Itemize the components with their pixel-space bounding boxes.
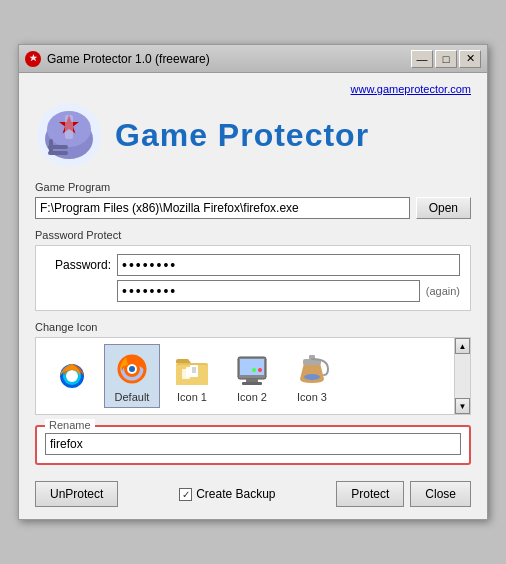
svg-point-31: [252, 368, 256, 372]
open-button[interactable]: Open: [416, 197, 471, 219]
change-icon-label: Change Icon: [35, 321, 471, 333]
helmet-image: [35, 101, 103, 169]
footer: UnProtect ✓ Create Backup Protect Close: [35, 477, 471, 507]
svg-rect-22: [190, 365, 198, 377]
minimize-button[interactable]: —: [411, 50, 433, 68]
app-header: Game Protector: [35, 101, 471, 169]
footer-center: ✓ Create Backup: [179, 487, 275, 501]
svg-point-17: [129, 366, 135, 372]
svg-point-12: [66, 370, 78, 382]
title-bar-left: Game Protector 1.0 (freeware): [25, 51, 210, 67]
password-section-label: Password Protect: [35, 229, 471, 241]
icon-item-2[interactable]: Icon 2: [224, 345, 280, 407]
footer-right: Protect Close: [336, 481, 471, 507]
password-input[interactable]: [117, 254, 460, 276]
change-icon-section: Change Icon: [35, 321, 471, 415]
create-backup-checkbox[interactable]: ✓: [179, 488, 192, 501]
svg-rect-27: [240, 359, 264, 375]
icon2-image: [232, 349, 272, 389]
scroll-up-button[interactable]: ▲: [455, 338, 470, 354]
main-window: Game Protector 1.0 (freeware) — □ ✕ www.…: [18, 44, 488, 520]
password-row: Password:: [46, 254, 460, 276]
icon-item-default[interactable]: Default: [104, 344, 160, 408]
icon-grid: Default: [36, 338, 454, 414]
icon1-label: Icon 1: [177, 391, 207, 403]
title-bar: Game Protector 1.0 (freeware) — □ ✕: [19, 45, 487, 73]
rename-legend: Rename: [45, 419, 95, 431]
app-icon: [25, 51, 41, 67]
scroll-down-button[interactable]: ▼: [455, 398, 470, 414]
icon-grid-wrapper: Default: [35, 337, 471, 415]
game-program-section: Game Program Open: [35, 181, 471, 219]
game-program-label: Game Program: [35, 181, 471, 193]
window-controls: — □ ✕: [411, 50, 481, 68]
create-backup-text: Create Backup: [196, 487, 275, 501]
app-title: Game Protector: [115, 117, 369, 154]
window-title: Game Protector 1.0 (freeware): [47, 52, 210, 66]
default-icon: [112, 349, 152, 389]
icon-item-3[interactable]: Icon 3: [284, 345, 340, 407]
password-box: Password: (again): [35, 245, 471, 311]
confirm-row: (again): [46, 280, 460, 302]
svg-point-30: [258, 368, 262, 372]
protect-button[interactable]: Protect: [336, 481, 404, 507]
default-icon-label: Default: [115, 391, 150, 403]
icon3-label: Icon 3: [297, 391, 327, 403]
icon-item-firefox[interactable]: [44, 352, 100, 400]
confirm-input[interactable]: [117, 280, 420, 302]
icon2-label: Icon 2: [237, 391, 267, 403]
icon-scrollbar[interactable]: ▲ ▼: [454, 338, 470, 414]
icon1-image: [172, 349, 212, 389]
website-link[interactable]: www.gameprotector.com: [35, 83, 471, 95]
svg-rect-6: [48, 145, 68, 149]
svg-rect-29: [242, 382, 262, 385]
svg-point-34: [304, 374, 320, 380]
svg-rect-7: [48, 151, 68, 155]
password-label: Password:: [46, 258, 111, 272]
content-area: www.gameprotector.com: [19, 73, 487, 519]
svg-rect-9: [65, 115, 73, 139]
create-backup-label[interactable]: ✓ Create Backup: [179, 487, 275, 501]
icon-item-1[interactable]: Icon 1: [164, 345, 220, 407]
close-button[interactable]: Close: [410, 481, 471, 507]
icon3-image: [292, 349, 332, 389]
unprotect-button[interactable]: UnProtect: [35, 481, 118, 507]
rename-input[interactable]: [45, 433, 461, 455]
rename-section: Rename: [35, 425, 471, 465]
game-program-row: Open: [35, 197, 471, 219]
footer-left: UnProtect: [35, 481, 118, 507]
game-program-input[interactable]: [35, 197, 410, 219]
maximize-button[interactable]: □: [435, 50, 457, 68]
firefox-icon: [52, 356, 92, 396]
password-section: Password Protect Password: (again): [35, 229, 471, 311]
again-label: (again): [426, 285, 460, 297]
close-window-button[interactable]: ✕: [459, 50, 481, 68]
